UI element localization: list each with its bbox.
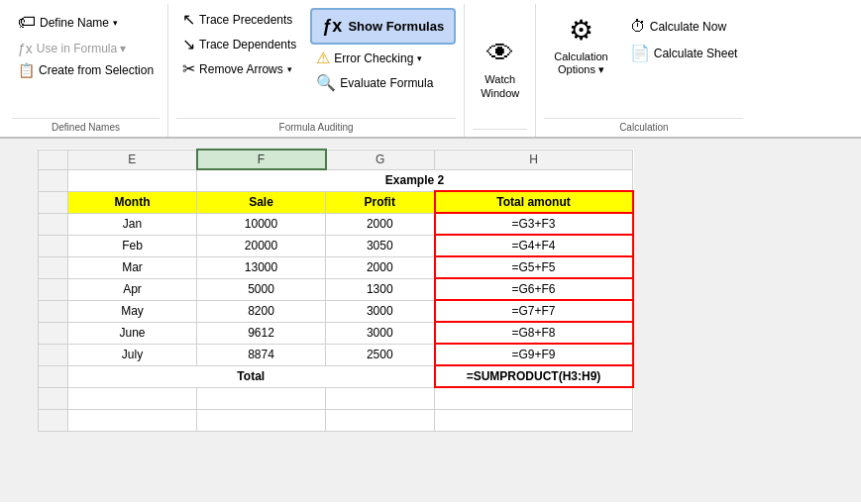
table-row: Feb 20000 3050 =G4+F4 bbox=[39, 235, 633, 256]
col-header-h[interactable]: H bbox=[435, 150, 633, 169]
remove-arrows-button[interactable]: ✂ Remove Arrows ▾ bbox=[176, 57, 302, 80]
cell-h12[interactable] bbox=[435, 409, 633, 431]
cell-h11[interactable] bbox=[435, 387, 633, 409]
cell-f2[interactable]: Sale bbox=[197, 191, 326, 213]
cell-e1[interactable] bbox=[68, 169, 197, 191]
error-checking-button[interactable]: ⚠ Error Checking ▾ bbox=[310, 47, 456, 69]
cell-e9[interactable]: July bbox=[68, 344, 197, 365]
trace-dependents-button[interactable]: ↘ Trace Dependents bbox=[176, 33, 302, 55]
show-formulas-label: Show Formulas bbox=[348, 19, 444, 34]
cell-h5[interactable]: =G5+F5 bbox=[435, 256, 633, 278]
cell-f1[interactable]: Example 2 bbox=[197, 169, 633, 191]
cell-f3[interactable]: 10000 bbox=[197, 213, 326, 235]
create-from-selection-button[interactable]: 📋 Create from Selection bbox=[12, 60, 160, 80]
trace-dependents-label: Trace Dependents bbox=[199, 38, 296, 51]
cell-h10[interactable]: =SUMPRODUCT(H3:H9) bbox=[435, 365, 633, 387]
cell-h8[interactable]: =G8+F8 bbox=[435, 322, 633, 344]
cell-e8[interactable]: June bbox=[68, 322, 197, 344]
ribbon-group-watch-window: 👁 WatchWindow bbox=[465, 4, 536, 137]
trace-precedents-label: Trace Precedents bbox=[199, 13, 292, 27]
cell-e10[interactable]: Total bbox=[68, 365, 435, 387]
create-from-selection-label: Create from Selection bbox=[39, 63, 154, 77]
cell-e6[interactable]: Apr bbox=[68, 278, 197, 300]
evaluate-formula-label: Evaluate Formula bbox=[340, 76, 433, 90]
cell-e4[interactable]: Feb bbox=[68, 235, 197, 256]
calculate-now-label: Calculate Now bbox=[650, 20, 726, 34]
evaluate-formula-button[interactable]: 🔍 Evaluate Formula bbox=[310, 71, 456, 94]
table-row: June 9612 3000 =G8+F8 bbox=[39, 322, 633, 344]
table-row bbox=[39, 387, 633, 409]
cell-f4[interactable]: 20000 bbox=[197, 235, 326, 256]
cell-e5[interactable]: Mar bbox=[68, 256, 197, 278]
cell-g5[interactable]: 2000 bbox=[326, 256, 435, 278]
define-name-icon: 🏷 bbox=[18, 12, 36, 33]
cell-g9[interactable]: 2500 bbox=[326, 344, 435, 365]
col-header-f[interactable]: F bbox=[197, 150, 326, 169]
watch-window-button[interactable]: 👁 WatchWindow bbox=[473, 31, 527, 105]
corner-header bbox=[39, 150, 68, 169]
cell-e7[interactable]: May bbox=[68, 300, 197, 322]
calculate-sheet-button[interactable]: 📄 Calculate Sheet bbox=[624, 42, 744, 64]
cell-g7[interactable]: 3000 bbox=[326, 300, 435, 322]
spreadsheet-area: E F G H Example 2 Month Sale bbox=[0, 139, 861, 502]
calculation-options-button[interactable]: ⚙ CalculationOptions ▾ bbox=[544, 8, 617, 82]
cell-g11[interactable] bbox=[326, 387, 435, 409]
cell-e2[interactable]: Month bbox=[68, 191, 197, 213]
row-num bbox=[39, 409, 68, 431]
cell-f9[interactable]: 8874 bbox=[197, 344, 326, 365]
show-formulas-button[interactable]: ƒx Show Formulas bbox=[310, 8, 456, 45]
show-formulas-icon: ƒx bbox=[322, 16, 342, 37]
watch-window-label: WatchWindow bbox=[481, 73, 519, 99]
cell-h3[interactable]: =G3+F3 bbox=[435, 213, 633, 235]
cell-h6[interactable]: =G6+F6 bbox=[435, 278, 633, 300]
cell-h4[interactable]: =G4+F4 bbox=[435, 235, 633, 256]
define-name-label: Define Name bbox=[40, 16, 109, 30]
cell-g6[interactable]: 1300 bbox=[326, 278, 435, 300]
row-num bbox=[39, 344, 68, 365]
use-in-formula-label: Use in Formula ▾ bbox=[37, 42, 127, 55]
cell-f12[interactable] bbox=[197, 409, 326, 431]
cell-e3[interactable]: Jan bbox=[68, 213, 197, 235]
calculate-sheet-label: Calculate Sheet bbox=[654, 47, 738, 60]
ribbon: 🏷 Define Name ▾ ƒx Use in Formula ▾ 📋 Cr… bbox=[0, 0, 861, 139]
cell-g12[interactable] bbox=[326, 409, 435, 431]
cell-g2[interactable]: Profit bbox=[326, 191, 435, 213]
trace-precedents-icon: ↖ bbox=[182, 10, 195, 29]
remove-arrows-label: Remove Arrows bbox=[199, 62, 283, 76]
table-row: July 8874 2500 =G9+F9 bbox=[39, 344, 633, 365]
col-header-e[interactable]: E bbox=[68, 150, 197, 169]
table-row: May 8200 3000 =G7+F7 bbox=[39, 300, 633, 322]
cell-g4[interactable]: 3050 bbox=[326, 235, 435, 256]
calculate-sheet-icon: 📄 bbox=[630, 44, 650, 62]
cell-f5[interactable]: 13000 bbox=[197, 256, 326, 278]
use-in-formula-button[interactable]: ƒx Use in Formula ▾ bbox=[12, 39, 160, 58]
cell-f7[interactable]: 8200 bbox=[197, 300, 326, 322]
row-num bbox=[39, 256, 68, 278]
watch-window-icon: 👁 bbox=[486, 37, 514, 69]
error-checking-dropdown-icon: ▾ bbox=[417, 53, 422, 63]
calculate-now-icon: ⏱ bbox=[630, 18, 646, 36]
dropdown-arrow-icon: ▾ bbox=[113, 18, 118, 28]
row-num bbox=[39, 191, 68, 213]
col-header-g[interactable]: G bbox=[326, 150, 435, 169]
cell-h2[interactable]: Total amonut bbox=[435, 191, 633, 213]
remove-arrows-dropdown-icon: ▾ bbox=[287, 64, 292, 74]
calculate-now-button[interactable]: ⏱ Calculate Now bbox=[624, 16, 744, 38]
cell-e11[interactable] bbox=[68, 387, 197, 409]
table-row bbox=[39, 409, 633, 431]
define-name-button[interactable]: 🏷 Define Name ▾ bbox=[12, 8, 160, 37]
cell-g8[interactable]: 3000 bbox=[326, 322, 435, 344]
cell-h7[interactable]: =G7+F7 bbox=[435, 300, 633, 322]
spreadsheet-grid: E F G H Example 2 Month Sale bbox=[38, 149, 634, 432]
cell-g3[interactable]: 2000 bbox=[326, 213, 435, 235]
cell-f11[interactable] bbox=[197, 387, 326, 409]
table-row: Apr 5000 1300 =G6+F6 bbox=[39, 278, 633, 300]
cell-f6[interactable]: 5000 bbox=[197, 278, 326, 300]
row-num bbox=[39, 322, 68, 344]
cell-h9[interactable]: =G9+F9 bbox=[435, 344, 633, 365]
row-num bbox=[39, 387, 68, 409]
cell-f8[interactable]: 9612 bbox=[197, 322, 326, 344]
trace-precedents-button[interactable]: ↖ Trace Precedents bbox=[176, 8, 302, 31]
cell-e12[interactable] bbox=[68, 409, 197, 431]
watch-window-group-label bbox=[473, 129, 527, 137]
